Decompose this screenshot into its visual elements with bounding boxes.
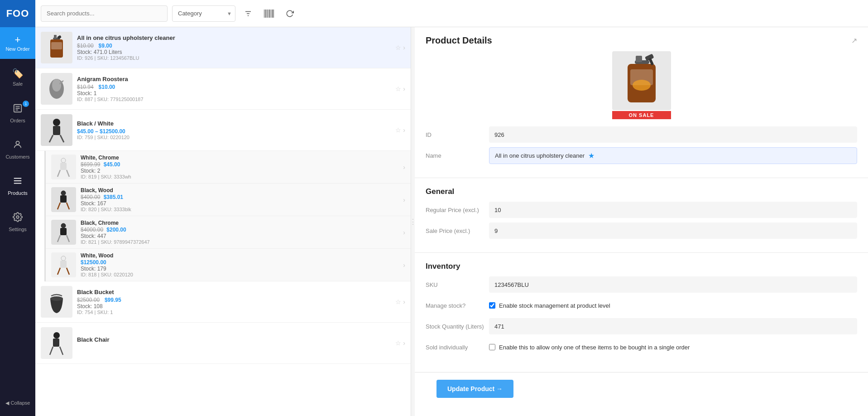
favorite-icon-3[interactable]: ☆ [395,126,401,134]
product-hero-image [612,51,671,110]
svg-rect-22 [273,10,273,18]
variant-name-1: White, Chrome [81,155,398,161]
filter-icon[interactable] [240,5,256,22]
svg-rect-23 [273,10,274,18]
favorite-icon-1[interactable]: ☆ [395,44,401,51]
field-stock-qty: Stock Quantity (Liters) 471 [426,318,857,334]
manage-stock-checkbox[interactable] [489,302,495,309]
product-item-4[interactable]: Black Bucket $2500.00 $99.95 Stock: 108 … [35,281,411,323]
refresh-icon[interactable] [282,5,298,22]
product-meta-3: ID: 759 | SKU: 0220120 [77,135,391,140]
product-name-1: All in one citrus upholstery cleaner [77,34,391,41]
variant-item-3[interactable]: Black, Chrome $4000.00 $200.00 Stock: 44… [46,216,411,249]
product-item-2[interactable]: Anigram Roostera $10.94 $10.00 Stock: 1 … [35,68,411,110]
favorite-icon-4[interactable]: ☆ [395,298,401,305]
product-actions-4: ☆ [395,298,401,305]
favorite-icon-2[interactable]: ☆ [395,85,401,92]
variant-price-sale-1: $45.00 [104,161,120,168]
svg-point-52 [53,332,60,339]
chevron-right-icon-2[interactable]: › [403,85,405,92]
detail-panel-title: Product Details [426,35,492,46]
sku-value[interactable]: 1234567BLU [489,276,857,293]
new-order-button[interactable]: + New Order [0,27,35,59]
chevron-right-icon-1[interactable]: › [403,44,405,51]
sidebar-item-settings[interactable]: Settings [0,204,35,240]
product-stock-4: Stock: 108 [77,303,391,310]
chevron-right-variant-4[interactable]: › [403,261,405,269]
regular-price-value[interactable]: 10 [489,202,857,218]
svg-rect-21 [272,10,272,18]
product-item-3[interactable]: Black / White $45.00 – $12500.00 ID: 759… [35,110,411,151]
variant-info-3: Black, Chrome $4000.00 $200.00 Stock: 44… [76,220,403,245]
variant-item-4[interactable]: White, Wood $12500.00 Stock: 179 ID: 818… [46,249,411,281]
product-name-5: Black Chair [77,336,391,343]
topbar: Category All Cleaning Furniture Accessor… [35,0,868,27]
barcode-icon[interactable] [261,5,277,22]
regular-price-label: Regular Price (excl.) [426,207,489,213]
chevron-right-icon-3[interactable]: › [403,126,405,134]
update-product-button[interactable]: Update Product → [436,380,513,398]
detail-section-inventory: Inventory SKU 1234567BLU Manage stock? E… [415,258,868,367]
sidebar-item-products[interactable]: Products [0,168,35,204]
sidebar-item-orders[interactable]: Orders 1 [0,95,35,131]
svg-rect-57 [636,56,642,62]
category-select[interactable]: Category All Cleaning Furniture Accessor… [172,5,235,22]
sidebar-item-customers[interactable]: Customers [0,131,35,168]
product-price-sale-4: $99.95 [105,297,121,303]
variant-price-original-3: $4000.00 [81,227,103,233]
svg-point-51 [50,296,63,301]
svg-rect-15 [267,10,267,18]
variant-stock-4: Stock: 179 [81,266,398,272]
collapse-button[interactable]: ◀ Collapse [0,393,35,416]
chevron-right-icon-4[interactable]: › [403,298,405,305]
name-value[interactable]: All in one citrus upholstery cleaner ★ [489,147,857,164]
svg-rect-48 [60,261,67,268]
variant-name-4: White, Wood [81,252,398,259]
sold-individually-checkbox[interactable] [489,344,495,350]
favorite-icon-5[interactable]: ☆ [395,339,401,347]
external-link-icon[interactable]: ↗ [851,36,857,45]
svg-rect-40 [60,195,67,203]
variant-image-1 [51,155,76,179]
sale-price-value[interactable]: 9 [489,223,857,239]
variant-stock-3: Stock: 447 [81,233,398,239]
stock-qty-label: Stock Quantity (Liters) [426,323,489,330]
variant-meta-2: ID: 820 | SKU: 3333blk [81,207,398,212]
sku-label: SKU [426,281,489,288]
stock-qty-value[interactable]: 471 [489,318,857,334]
product-image-1 [41,32,72,63]
product-info-5: Black Chair [72,336,395,350]
on-sale-badge: ON SALE [612,111,671,119]
sidebar-item-sale[interactable]: 🏷️ Sale [0,59,35,95]
svg-rect-25 [54,35,57,39]
manage-stock-checkbox-label[interactable]: Enable stock management at product level [489,302,610,309]
product-meta-4: ID: 754 | SKU: 1 [77,310,391,315]
svg-rect-32 [53,126,60,135]
variant-item-1[interactable]: White, Chrome $699.99 $45.00 Stock: 2 ID… [46,151,411,184]
svg-rect-14 [266,10,267,18]
chevron-right-variant-2[interactable]: › [403,196,405,203]
variant-image-4 [51,252,76,277]
search-input[interactable] [41,5,168,22]
product-stock-2: Stock: 1 [77,90,391,97]
sidebar-item-orders-label: Orders [10,118,25,123]
product-stock-1: Stock: 471.0 Liters [77,49,391,55]
svg-point-39 [61,191,66,195]
chevron-right-variant-3[interactable]: › [403,229,405,236]
product-actions-5: ☆ [395,339,401,347]
chevron-right-icon-5[interactable]: › [403,339,405,347]
chevron-right-variant-1[interactable]: › [403,164,405,171]
variant-item-2[interactable]: Black, Wood $400.00 $385.01 Stock: 167 I… [46,184,411,216]
product-item-1[interactable]: All in one citrus upholstery cleaner $10… [35,27,411,68]
product-price-original-4: $2500.00 [77,297,100,303]
product-item-5[interactable]: Black Chair ☆ › [35,323,411,364]
field-id: ID 926 [426,126,857,143]
variant-info-1: White, Chrome $699.99 $45.00 Stock: 2 ID… [76,155,403,179]
product-image-2 [41,73,72,105]
sold-individually-checkbox-label[interactable]: Enable this to allow only one of these i… [489,344,690,351]
product-info-1: All in one citrus upholstery cleaner $10… [72,34,395,61]
svg-rect-19 [270,10,271,18]
sidebar-item-settings-label: Settings [9,227,27,232]
resize-handle[interactable]: ⋮ [411,27,415,416]
svg-point-43 [61,223,66,228]
